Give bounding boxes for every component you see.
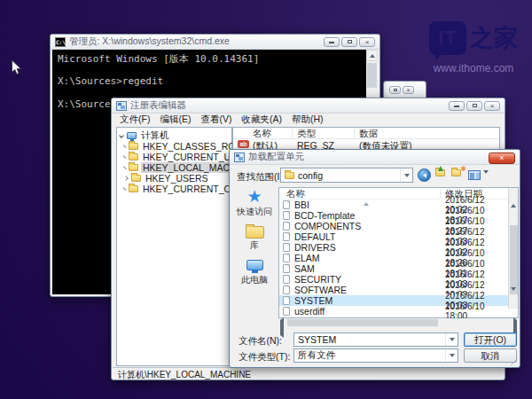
look-in-label: 查找范围(I): bbox=[237, 171, 286, 184]
scroll-left-button[interactable] bbox=[280, 320, 284, 336]
tree-item-hkey-local-machine[interactable]: HKEY_LOCAL_MACHINE bbox=[117, 162, 231, 173]
tree-item-hkey-current-user[interactable]: HKEY_CURRENT_USER bbox=[117, 152, 231, 162]
scroll-down-button[interactable] bbox=[511, 291, 516, 307]
chevron-right-icon[interactable] bbox=[123, 166, 127, 169]
back-icon[interactable] bbox=[418, 168, 431, 182]
sidebar-item-quick-access[interactable]: ★ 快速访问 bbox=[231, 189, 278, 218]
cmd-output-line bbox=[58, 64, 378, 75]
column-header-name[interactable]: 名称 bbox=[253, 128, 271, 140]
computer-icon bbox=[127, 132, 137, 139]
look-in-value: config bbox=[298, 170, 323, 181]
folder-icon bbox=[129, 185, 138, 192]
file-icon bbox=[283, 275, 290, 284]
menu-favorites[interactable]: 收藏夹(A) bbox=[241, 113, 282, 126]
close-button[interactable]: × bbox=[484, 101, 500, 111]
column-header-name[interactable]: 名称 bbox=[286, 188, 305, 200]
close-button[interactable]: × bbox=[489, 153, 515, 164]
file-name-combobox[interactable]: SYSTEM bbox=[293, 332, 458, 347]
dialog-title: 加载配置单元 bbox=[248, 151, 304, 163]
cmd-titlebar[interactable]: C:\ 管理员: X:\windows\system32\cmd.exe × bbox=[51, 35, 379, 50]
minimize-button[interactable] bbox=[449, 101, 465, 111]
chevron-right-icon[interactable] bbox=[123, 145, 127, 148]
file-list: 名称 修改日期 BBI 2016/6/12 10:02 BCD-Template… bbox=[278, 187, 519, 327]
views-icon[interactable] bbox=[468, 170, 481, 180]
folder-icon bbox=[129, 143, 138, 150]
close-button[interactable]: × bbox=[359, 37, 375, 47]
menu-file[interactable]: 文件(F) bbox=[120, 113, 150, 126]
file-type-combobox[interactable]: 所有文件 bbox=[293, 348, 458, 363]
up-one-level-icon[interactable] bbox=[435, 169, 448, 176]
quick-access-star-icon: ★ bbox=[231, 189, 278, 205]
file-type-value: 所有文件 bbox=[298, 349, 335, 362]
file-icon bbox=[283, 211, 290, 220]
tree-item-hkey-current-config[interactable]: HKEY_CURRENT_CONFIG bbox=[117, 184, 231, 194]
background-window-fragment: × bbox=[383, 81, 426, 99]
cmd-icon: C:\ bbox=[55, 37, 66, 47]
sidebar-item-libraries[interactable]: 库 bbox=[231, 226, 278, 252]
column-header-type[interactable]: 类型 bbox=[297, 128, 316, 140]
mouse-cursor-icon bbox=[11, 59, 22, 76]
regedit-statusbar: 计算机\HKEY_LOCAL_MACHINE bbox=[113, 367, 504, 379]
dialog-titlebar[interactable]: 加载配置单元 × bbox=[230, 150, 520, 165]
scrollbar-thumb[interactable] bbox=[287, 319, 438, 326]
menu-help[interactable]: 帮助(H) bbox=[292, 113, 324, 126]
minimize-button[interactable] bbox=[324, 37, 340, 47]
cmd-output-line: Microsoft Windows [版本 10.0.14361] bbox=[58, 52, 378, 64]
file-row[interactable]: userdiff 2016/6/10 18:00 bbox=[279, 306, 508, 317]
chevron-right-icon[interactable] bbox=[123, 187, 127, 191]
close-button[interactable]: × bbox=[403, 86, 414, 94]
file-list-hscrollbar[interactable] bbox=[278, 318, 519, 327]
new-folder-icon[interactable]: ✱ bbox=[451, 169, 464, 176]
menu-view[interactable]: 查看(V) bbox=[200, 113, 231, 126]
libraries-folder-icon bbox=[246, 226, 264, 239]
file-icon bbox=[283, 286, 290, 294]
file-icon bbox=[283, 243, 290, 252]
file-type-label: 文件类型(T): bbox=[239, 351, 290, 364]
file-icon bbox=[283, 222, 290, 231]
load-hive-dialog: 加载配置单元 × 查找范围(I): config ✱ ★ 快速访问 bbox=[229, 149, 520, 368]
registry-icon bbox=[116, 101, 127, 111]
chevron-down-icon[interactable] bbox=[445, 349, 458, 362]
folder-icon bbox=[131, 175, 141, 182]
chevron-down-icon[interactable] bbox=[119, 133, 124, 138]
regedit-menubar: 文件(F) 编辑(E) 查看(V) 收藏夹(A) 帮助(H) bbox=[113, 113, 503, 125]
sidebar-item-this-pc[interactable]: 此电脑 bbox=[231, 260, 278, 286]
scrollbar-thumb[interactable] bbox=[367, 63, 377, 88]
resize-grip-icon[interactable] bbox=[511, 358, 518, 365]
file-name-label: 文件名(N): bbox=[239, 335, 282, 348]
tree-item-hkey-users[interactable]: HKEY_USERS bbox=[117, 173, 231, 184]
scroll-up-button[interactable] bbox=[511, 189, 516, 205]
maximize-button[interactable] bbox=[466, 101, 482, 111]
column-header-data[interactable]: 数据 bbox=[359, 128, 378, 140]
file-list-vscrollbar[interactable] bbox=[508, 188, 518, 309]
file-icon bbox=[283, 264, 290, 273]
scrollbar-thumb[interactable] bbox=[510, 225, 518, 294]
registry-tree-panel: 计算机 HKEY_CLASSES_ROOT HKEY_CURRENT_USER bbox=[116, 127, 232, 366]
tree-item-hkey-classes-root[interactable]: HKEY_CLASSES_ROOT bbox=[117, 141, 231, 152]
menu-edit[interactable]: 编辑(E) bbox=[160, 113, 191, 126]
logo-cjk-text: 之家 bbox=[470, 22, 518, 54]
dialog-places-sidebar: ★ 快速访问 库 此电脑 bbox=[231, 189, 278, 314]
regedit-titlebar[interactable]: 注册表编辑器 × bbox=[112, 98, 505, 113]
chevron-right-icon[interactable] bbox=[123, 155, 127, 159]
cmd-window-title: 管理员: X:\windows\system32\cmd.exe bbox=[69, 35, 230, 48]
chevron-down-icon[interactable] bbox=[445, 333, 458, 346]
scroll-up-button[interactable] bbox=[366, 50, 378, 61]
file-icon bbox=[283, 254, 290, 262]
regedit-window-title: 注册表编辑器 bbox=[130, 99, 186, 112]
open-button[interactable]: 打开(O) bbox=[464, 332, 517, 347]
maximize-button[interactable] bbox=[341, 37, 357, 47]
reg-sz-icon: ab bbox=[238, 140, 249, 148]
chevron-down-icon[interactable] bbox=[400, 168, 412, 182]
tree-item-computer[interactable]: 计算机 bbox=[117, 130, 231, 141]
look-in-combobox[interactable]: config bbox=[280, 168, 413, 183]
file-list-body: 名称 修改日期 BBI 2016/6/12 10:02 BCD-Template… bbox=[278, 187, 519, 318]
cancel-button[interactable]: 取消 bbox=[464, 348, 517, 363]
this-pc-icon bbox=[246, 260, 263, 270]
maximize-button[interactable] bbox=[389, 86, 401, 94]
file-name-value: SYSTEM bbox=[298, 334, 336, 345]
chevron-right-icon[interactable] bbox=[123, 176, 129, 181]
file-icon bbox=[283, 307, 290, 316]
folder-icon bbox=[129, 164, 138, 171]
registry-icon bbox=[234, 153, 245, 162]
